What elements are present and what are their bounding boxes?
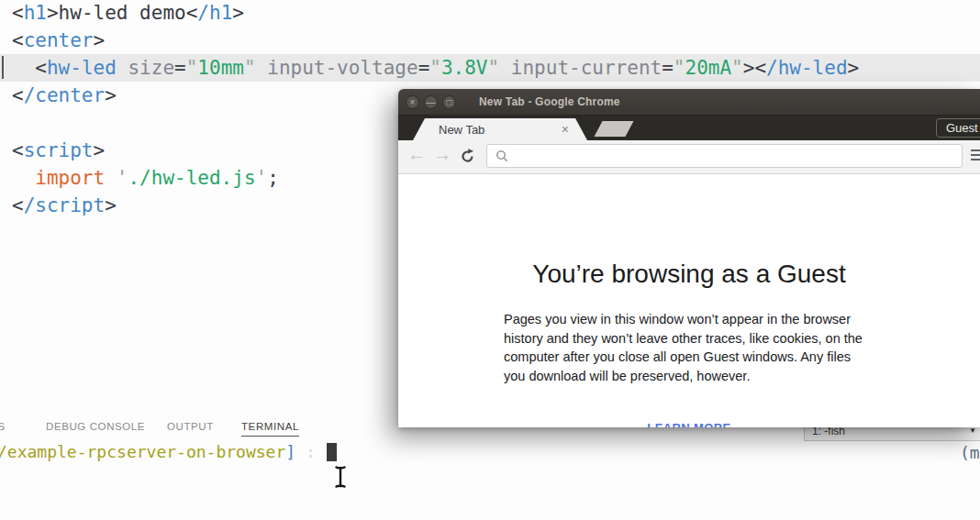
code-token: h1 <box>24 2 47 24</box>
code-token: " <box>244 57 256 79</box>
code-token: /script <box>24 194 106 216</box>
new-tab-button[interactable] <box>594 121 633 137</box>
code-token: = <box>174 57 186 79</box>
window-maximize-button[interactable]: □ <box>442 95 456 109</box>
maximize-icon: □ <box>446 97 451 107</box>
forward-icon[interactable]: → <box>433 144 451 165</box>
window-minimize-button[interactable]: — <box>424 95 438 109</box>
code-token: import <box>35 167 105 189</box>
minimize-icon: — <box>427 97 436 107</box>
tab-title: New Tab <box>439 123 484 137</box>
code-token <box>499 57 511 79</box>
panel-tab-terminal[interactable]: TERMINAL <box>241 421 299 437</box>
code-token: < <box>186 2 198 24</box>
terminal-prompt-text: /example-rpcserver-on-browser] : <box>0 442 316 461</box>
code-token: 3.8V <box>441 57 488 79</box>
code-token: ; <box>267 167 279 189</box>
code-token <box>117 57 128 79</box>
close-icon: × <box>410 97 416 107</box>
code-token: < <box>12 2 24 24</box>
chrome-titlebar[interactable]: × — □ New Tab - Google Chrome <box>398 89 980 116</box>
code-token: input-current <box>511 57 662 79</box>
code-token: " <box>186 57 198 79</box>
guest-profile-label: Guest <box>946 121 978 135</box>
panel-tab-debug-console[interactable]: DEBUG CONSOLE <box>46 421 145 432</box>
text-cursor-icon <box>331 463 350 491</box>
code-token <box>105 167 117 189</box>
code-token: > <box>105 194 117 216</box>
code-token: > <box>94 29 106 51</box>
reload-icon[interactable] <box>459 148 476 169</box>
code-token: < <box>12 194 24 216</box>
code-token: < <box>35 57 47 79</box>
learn-more-link[interactable]: LEARN MORE <box>398 421 980 427</box>
guest-profile-button[interactable]: Guest <box>936 118 980 138</box>
code-token: < <box>12 84 24 106</box>
code-token: < <box>12 29 24 51</box>
panel-tab-problems[interactable]: PROBLEMS <box>0 421 6 432</box>
terminal-prompt[interactable]: /example-rpcserver-on-browser] : <box>0 441 337 463</box>
code-token: > <box>94 139 106 161</box>
code-token: ./hw-led.js <box>128 167 255 189</box>
code-token: size <box>128 57 174 79</box>
back-icon[interactable]: ← <box>407 144 426 165</box>
search-icon <box>496 149 508 162</box>
git-branch-fragment: (ma <box>960 443 980 462</box>
screen: <h1>hw-led demo</h1><center> <hw-led siz… <box>0 0 980 520</box>
chrome-tabstrip: New Tab × Guest <box>398 116 980 140</box>
code-token: /hw-led <box>766 57 848 79</box>
panel-tabs: PROBLEMSDEBUG CONSOLEOUTPUTTERMINAL <box>0 421 395 439</box>
code-line[interactable]: <h1>hw-led demo</h1> <box>0 0 980 27</box>
code-token: ' <box>117 167 128 189</box>
code-token: hw-led demo <box>59 2 186 24</box>
terminal-token: ] <box>285 442 295 461</box>
address-bar-input[interactable] <box>514 149 962 164</box>
terminal-token: : <box>295 442 316 461</box>
panel-tab-output[interactable]: OUTPUT <box>167 421 214 432</box>
code-token: center <box>24 29 94 51</box>
code-token <box>12 57 35 79</box>
tab-close-icon[interactable]: × <box>562 122 569 137</box>
code-token: > <box>848 57 860 79</box>
code-token <box>256 57 268 79</box>
window-title: New Tab - Google Chrome <box>479 95 620 108</box>
code-token: = <box>418 57 430 79</box>
code-token: 10mm <box>197 57 244 79</box>
code-token: input-voltage <box>267 57 418 79</box>
chevron-down-icon: ▼ <box>969 426 976 435</box>
code-token: = <box>662 57 674 79</box>
terminal-cursor <box>327 443 337 461</box>
terminal-token: /example-rpcserver-on-browser <box>0 442 285 461</box>
chrome-navbar: ← → <box>398 140 980 174</box>
code-line[interactable]: <center> <box>0 27 980 54</box>
code-token: /h1 <box>197 2 232 24</box>
code-token: " <box>429 57 441 79</box>
code-line[interactable]: <hw-led size="10mm" input-voltage="3.8V"… <box>0 54 980 82</box>
code-token: ' <box>256 167 268 189</box>
code-token: hw-led <box>47 57 117 79</box>
code-token: " <box>731 57 743 79</box>
chrome-window: × — □ New Tab - Google Chrome New Tab × … <box>398 89 980 427</box>
code-token <box>12 167 35 189</box>
code-token: script <box>24 139 94 161</box>
guest-mode-heading: You’re browsing as a Guest <box>398 260 980 289</box>
address-bar[interactable] <box>486 144 963 168</box>
browser-menu-icon[interactable] <box>971 149 980 163</box>
code-token: > <box>47 2 59 24</box>
code-token: > <box>232 2 244 24</box>
code-token: < <box>12 139 24 161</box>
code-token: " <box>674 57 685 79</box>
code-token: > <box>105 84 117 106</box>
code-token: " <box>488 57 500 79</box>
code-token: /center <box>24 84 106 106</box>
guest-mode-description: Pages you view in this window won’t appe… <box>504 310 874 385</box>
window-close-button[interactable]: × <box>406 95 419 109</box>
code-token: >< <box>743 57 766 79</box>
browser-tab-new-tab[interactable]: New Tab × <box>413 118 587 140</box>
code-token: 20mA <box>685 57 732 79</box>
